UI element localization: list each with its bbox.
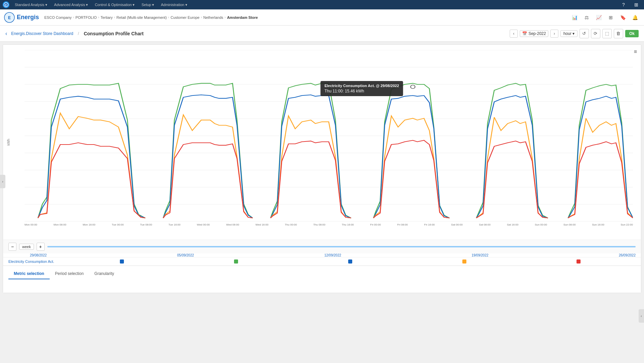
range-date-4: 26/09/2022 (619, 253, 636, 257)
chart-inner: Electricity Consumption Act. @ 29/08/202… (25, 50, 633, 221)
chart-line-icon[interactable]: 📈 (594, 12, 604, 23)
nav-control-optimisation[interactable]: Control & Optimisation ▾ (92, 0, 137, 9)
xaxis-label: Wed 08:00 (226, 223, 239, 226)
nav-standard-analysis[interactable]: Standard Analysis ▾ (12, 0, 50, 9)
xaxis-label: Sat 00:00 (451, 223, 463, 226)
tab-period-selection[interactable]: Period selection (50, 269, 89, 279)
range-plus-button[interactable]: + (37, 243, 45, 251)
xaxis-label: Thu 08:00 (313, 223, 325, 226)
tab-granularity[interactable]: Granularity (89, 269, 120, 279)
legend-dot-2 (348, 259, 352, 264)
xaxis-label: Sat 16:00 (507, 223, 518, 226)
export-button[interactable]: ⬚ (602, 29, 612, 38)
header-right: ‹ 📅 Sep-2022 › hour ▾ ↺ ⟳ ⬚ 🗑 Ok (510, 29, 639, 38)
nav-advanced-analysis[interactable]: Advanced Analysis ▾ (51, 0, 91, 9)
chart-svg: 0 2 4 6 8 10 12 14 16 18 20 (25, 50, 633, 221)
svg-text:E: E (8, 15, 11, 20)
xaxis-label: Thu 16:00 (342, 223, 354, 226)
legend-item-label[interactable]: Electricity Consumption Act. (8, 259, 62, 264)
back-button[interactable]: ‹ (5, 31, 7, 37)
range-date-2: 12/09/2022 (324, 253, 341, 257)
range-label: week (19, 244, 34, 250)
undo-button[interactable]: ↺ (580, 29, 589, 38)
xaxis-label: Mon 08:00 (54, 223, 66, 226)
legend-dot-3 (462, 259, 466, 264)
main-content: ≡ kWh Electricity Consumption Act. @ 29/… (3, 44, 641, 293)
nav-administration[interactable]: Administration ▾ (158, 0, 190, 9)
dashboard-link[interactable]: Energis.Discover Store Dashboard (11, 31, 73, 36)
top-nav: E Standard Analysis ▾ Advanced Analysis … (0, 0, 644, 9)
nav-setup[interactable]: Setup ▾ (139, 0, 157, 9)
breadcrumb-sep-3: › (114, 15, 115, 19)
chart-container: ≡ kWh Electricity Consumption Act. @ 29/… (3, 45, 641, 240)
apps-icon[interactable]: ⊞ (631, 0, 641, 10)
bottom-tabs: Metric selection Period selection Granul… (3, 266, 641, 279)
range-track[interactable] (47, 246, 636, 247)
breadcrumb-items: ESCO Company › PORTFOLIO › Tertiary › Re… (44, 15, 567, 19)
refresh-button[interactable]: ⟳ (591, 29, 600, 38)
legend-dot-1 (234, 259, 238, 264)
bell-icon[interactable]: 🔔 (630, 12, 640, 23)
breadcrumb-customer-europe[interactable]: Customer Europe (171, 15, 199, 19)
xaxis-label: Sun 00:00 (535, 223, 547, 226)
breadcrumb-sep-1: › (73, 15, 74, 19)
sidebar-toggle[interactable]: › (0, 175, 5, 188)
legend-row: Electricity Consumption Act. (3, 257, 641, 266)
y-axis-label: kWh (7, 139, 10, 146)
app-logo: E (3, 1, 9, 8)
xaxis-label: Wed 16:00 (256, 223, 269, 226)
svg-point-26 (411, 85, 415, 88)
tab-metric-selection[interactable]: Metric selection (8, 269, 50, 279)
period-selector[interactable]: hour ▾ (560, 30, 578, 37)
current-date: Sep-2022 (528, 31, 546, 36)
breadcrumb-amsterdam-store: Amsterdam Store (227, 15, 258, 19)
prev-period-button[interactable]: ‹ (510, 30, 518, 38)
breadcrumb-sep-4: › (168, 15, 169, 19)
breadcrumb-right-icons: 📊 ⚖ 📈 ⊞ 🔖 🔔 (569, 12, 640, 23)
range-date-0: 29/08/2022 (30, 253, 47, 257)
ok-button[interactable]: Ok (625, 30, 639, 37)
breadcrumb-portfolio[interactable]: PORTFOLIO (76, 15, 97, 19)
next-period-button[interactable]: › (550, 30, 558, 38)
page-title: Consumption Profile Chart (84, 31, 143, 36)
range-date-labels: 29/08/2022 05/09/2022 12/09/2022 19/09/2… (3, 253, 641, 257)
page-header: ‹ Energis.Discover Store Dashboard / Con… (0, 26, 644, 42)
xaxis-label: Tue 08:00 (140, 223, 152, 226)
logo-text: Energis (17, 14, 39, 21)
breadcrumb-esco[interactable]: ESCO Company (44, 15, 72, 19)
period-label: hour (563, 31, 571, 36)
breadcrumb-bar: E Energis ESCO Company › PORTFOLIO › Ter… (0, 9, 644, 26)
calendar-icon: 📅 (522, 31, 527, 36)
breadcrumb-sep-2: › (98, 15, 99, 19)
period-dropdown-icon: ▾ (572, 31, 574, 36)
legend-dots (65, 259, 636, 264)
range-bar: − week + (3, 240, 641, 253)
svg-text:E: E (5, 3, 7, 7)
breadcrumb-netherlands[interactable]: Netherlands (203, 15, 223, 19)
breadcrumb-tertiary[interactable]: Tertiary (100, 15, 112, 19)
breadcrumb-sep-5: › (201, 15, 202, 19)
bookmark-icon[interactable]: 🔖 (618, 12, 628, 23)
logo-area: E Energis (4, 12, 39, 23)
breadcrumb-retail[interactable]: Retail (Multi-site Management) (117, 15, 167, 19)
bottom-content (3, 279, 641, 293)
xaxis-label: Fri 08:00 (397, 223, 408, 226)
chart-compare-icon[interactable]: ⚖ (582, 12, 592, 23)
legend-dot-4 (577, 259, 581, 264)
chart-bar-icon[interactable]: 📊 (569, 12, 580, 23)
breadcrumb-slash: / (78, 31, 79, 36)
xaxis-label: Mon 00:00 (25, 223, 37, 226)
xaxis-label: Tue 16:00 (169, 223, 181, 226)
xaxis-label: Sun 08:00 (563, 223, 576, 226)
range-date-3: 19/09/2022 (471, 253, 488, 257)
xaxis-label: Thu 00:00 (285, 223, 297, 226)
help-icon[interactable]: ? (618, 0, 629, 10)
date-display: 📅 Sep-2022 (520, 30, 548, 37)
grid-icon[interactable]: ⊞ (606, 12, 616, 23)
xaxis-label: Sun 22:00 (620, 223, 633, 226)
legend-dot-0 (120, 259, 124, 264)
delete-button[interactable]: 🗑 (614, 29, 623, 38)
chart-menu-icon[interactable]: ≡ (634, 49, 637, 55)
range-minus-button[interactable]: − (8, 243, 16, 251)
range-date-1: 05/09/2022 (177, 253, 194, 257)
